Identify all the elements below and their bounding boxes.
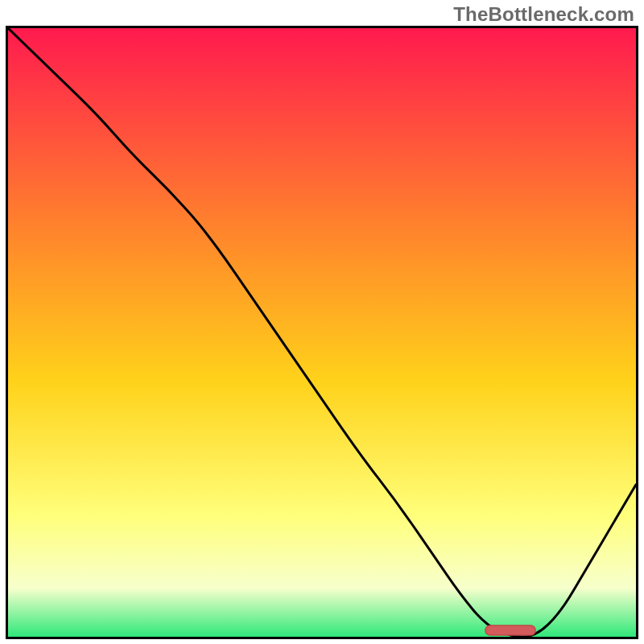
optimal-marker	[485, 625, 535, 635]
plot-area	[8, 28, 636, 637]
plot-frame	[6, 26, 638, 639]
chart-svg	[8, 28, 636, 637]
watermark-text: TheBottleneck.com	[453, 3, 634, 26]
chart-container: { "watermark": "TheBottleneck.com", "col…	[0, 0, 644, 644]
